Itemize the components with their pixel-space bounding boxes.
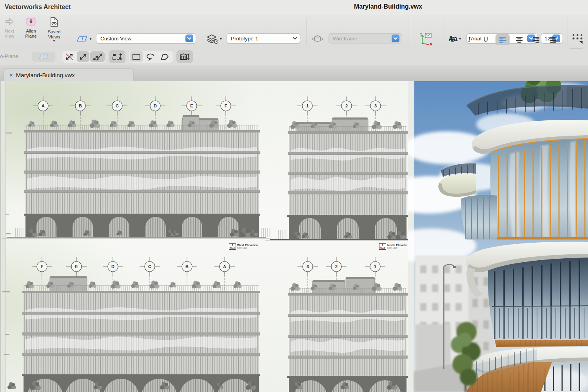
- align-justify-icon: [549, 36, 557, 43]
- bold-button[interactable]: B: [446, 34, 459, 45]
- view-dropdown[interactable]: Custom View: [96, 33, 196, 44]
- dual-scale-mode-button[interactable]: [90, 51, 105, 62]
- svg-text:C: C: [148, 264, 151, 269]
- move-by-points-mode-button[interactable]: [109, 50, 125, 63]
- teapot-icon: [310, 33, 325, 44]
- elevation-title: North Elevatio: [387, 244, 407, 247]
- cabinet-height-icon: [179, 52, 190, 62]
- mode-bar-divider: [59, 51, 59, 62]
- app-title: Vectorworks Architect: [5, 4, 71, 11]
- svg-text:D: D: [154, 103, 157, 108]
- view-mode-icon-button[interactable]: ▼: [74, 33, 94, 45]
- render-3d-viewport[interactable]: [408, 81, 588, 392]
- drawing-number: 2: [379, 244, 386, 247]
- grid-bubble: E: [181, 96, 202, 115]
- wall-mode-button[interactable]: [176, 50, 193, 63]
- underline-label: U: [483, 36, 488, 43]
- toolbar-divider: [411, 18, 411, 45]
- toolbar-divider: [568, 18, 568, 45]
- grid-bubble: D: [145, 96, 165, 115]
- design-layer-dropdown[interactable]: Prototype-1: [227, 33, 300, 44]
- italic-button[interactable]: I: [463, 34, 476, 45]
- lasso-selection-button[interactable]: [144, 51, 157, 62]
- single-scale-mode-button[interactable]: [77, 51, 90, 62]
- no-interactive-scaling-button[interactable]: [63, 51, 76, 62]
- svg-text:B: B: [79, 103, 82, 108]
- svg-text:F: F: [225, 103, 227, 108]
- align-center-icon: [515, 36, 523, 43]
- toolbar-divider: [201, 18, 201, 45]
- svg-text:D: D: [111, 264, 114, 269]
- render-mode-dropdown[interactable]: Wireframe: [328, 33, 402, 44]
- grid-bubble: C: [107, 96, 127, 115]
- elevation-callout-west: 1 Sht-1 West Elevation Scale 1:100: [229, 243, 258, 250]
- document-title: Maryland-Building.vwx: [354, 3, 422, 10]
- title-bar: Vectorworks Architect Maryland-Building.…: [0, 0, 588, 15]
- document-tab[interactable]: × Maryland-Building.vwx: [4, 69, 133, 81]
- render-mode-value: Wireframe: [333, 36, 392, 42]
- next-view-icon: [4, 17, 15, 26]
- next-view-button[interactable]: Next View: [0, 17, 19, 47]
- saved-views-label: Saved Views: [43, 29, 65, 40]
- selection-shape-group: [129, 50, 173, 63]
- svg-text:E: E: [75, 264, 78, 269]
- chevron-down-icon[interactable]: [185, 34, 193, 42]
- design-layer-value: Prototype-1: [231, 36, 292, 42]
- elevation-drawings[interactable]: ABCDEF123FEDCBA321: [0, 81, 408, 392]
- grid-bubble: A: [214, 257, 235, 276]
- elevation-west: ABCDEF: [2, 96, 270, 238]
- align-plane-label: Align Plane: [20, 29, 42, 39]
- align-right-button[interactable]: [529, 34, 543, 45]
- align-plane-button[interactable]: Align Plane: [20, 17, 42, 47]
- rectangle-icon: [132, 53, 141, 61]
- grid-bubble: D: [103, 257, 123, 276]
- disabled-scale-icon: [65, 53, 74, 61]
- polygon-lasso-icon: [160, 53, 169, 61]
- underline-button[interactable]: U: [479, 34, 492, 45]
- lasso-icon: [146, 53, 155, 61]
- svg-text:2: 2: [345, 103, 348, 108]
- align-justify-button[interactable]: [546, 34, 560, 45]
- svg-text:F: F: [41, 264, 44, 269]
- saved-views-button[interactable]: Saved Views ▼: [43, 17, 65, 47]
- elevation-north: 123: [265, 96, 408, 241]
- italic-label: I: [468, 36, 470, 43]
- working-plane-icon: [38, 53, 49, 60]
- snap-grid-button[interactable]: [570, 33, 585, 45]
- grid-bubble: A: [33, 96, 53, 115]
- align-center-button[interactable]: [512, 34, 526, 45]
- resize-mode-group: [62, 50, 106, 63]
- grid-bubble: 3: [365, 96, 386, 115]
- svg-text:A: A: [223, 264, 226, 269]
- rectangle-selection-button[interactable]: [130, 51, 143, 62]
- svg-text:A: A: [42, 103, 45, 108]
- document-tab-bar: × Maryland-Building.vwx: [0, 65, 588, 81]
- saved-views-chevron-icon: ▼: [43, 40, 65, 42]
- sheet-edge: [0, 81, 5, 392]
- tab-close-icon[interactable]: ×: [9, 72, 13, 78]
- plane-orientation-indicator: Y: [414, 31, 436, 46]
- chevron-down-icon[interactable]: [392, 34, 399, 42]
- render-mode-icon-button[interactable]: [309, 32, 326, 45]
- grid-bubble: 1: [365, 257, 385, 276]
- grid-bubble: C: [140, 257, 160, 276]
- svg-text:3: 3: [374, 103, 377, 108]
- elevation-south: 321: [287, 257, 408, 392]
- bold-label: B: [450, 36, 455, 43]
- drawing-canvas[interactable]: ABCDEF123FEDCBA321 1 Sht-1 West Elevatio…: [0, 81, 588, 392]
- svg-text:2: 2: [335, 264, 338, 269]
- object-offset-icon: [112, 52, 123, 62]
- drawing-number-box: 2 Sht-1: [379, 243, 386, 250]
- next-view-label: Next View: [0, 29, 19, 39]
- design-layer-icon-button[interactable]: ▼: [204, 33, 225, 45]
- svg-text:C: C: [116, 103, 119, 108]
- grid-bubble: 2: [336, 96, 357, 115]
- layers-icon: [206, 34, 218, 44]
- polygon-selection-button[interactable]: [158, 51, 171, 62]
- plane-mode-button[interactable]: [32, 52, 55, 62]
- app-window: Vectorworks Architect Maryland-Building.…: [0, 0, 588, 392]
- align-left-button[interactable]: [495, 34, 510, 45]
- tool-mode-bar: o-Plane: [0, 49, 588, 65]
- grid-bubble: E: [66, 257, 87, 276]
- plane-mode-label: o-Plane: [0, 53, 18, 59]
